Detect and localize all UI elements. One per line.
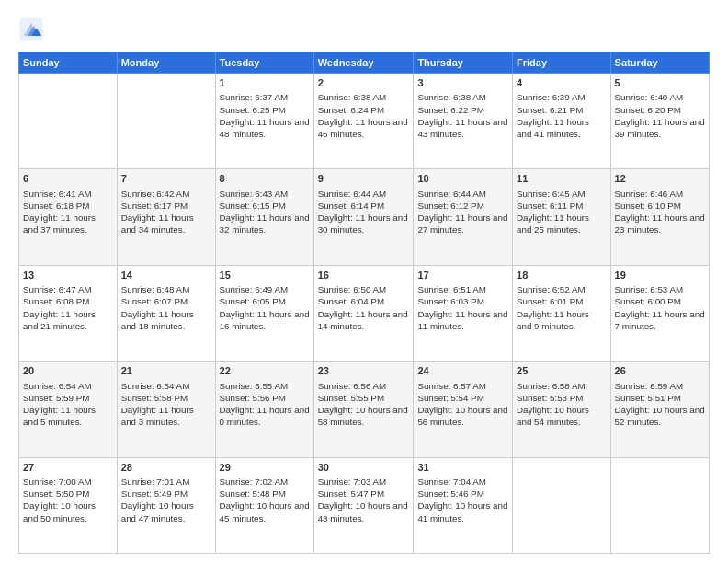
day-header-friday: Friday	[513, 52, 611, 74]
day-header-tuesday: Tuesday	[215, 52, 313, 74]
calendar-cell: 7Sunrise: 6:42 AM Sunset: 6:17 PM Daylig…	[117, 169, 215, 265]
calendar-cell: 21Sunrise: 6:54 AM Sunset: 5:58 PM Dayli…	[117, 362, 215, 457]
day-number: 15	[220, 269, 310, 282]
calendar-week-row: 20Sunrise: 6:54 AM Sunset: 5:59 PM Dayli…	[19, 362, 710, 457]
calendar-cell: 9Sunrise: 6:44 AM Sunset: 6:14 PM Daylig…	[313, 169, 414, 265]
day-number: 17	[417, 269, 508, 282]
day-number: 10	[417, 172, 508, 186]
day-info: Sunrise: 6:39 AM Sunset: 6:21 PM Dayligh…	[517, 91, 607, 140]
day-number: 6	[23, 172, 113, 186]
day-number: 28	[121, 461, 211, 475]
day-info: Sunrise: 6:47 AM Sunset: 6:08 PM Dayligh…	[23, 283, 113, 332]
day-info: Sunrise: 6:54 AM Sunset: 5:59 PM Dayligh…	[23, 380, 113, 429]
day-info: Sunrise: 6:50 AM Sunset: 6:04 PM Dayligh…	[318, 283, 410, 332]
day-number: 1	[220, 76, 310, 90]
day-header-wednesday: Wednesday	[313, 52, 414, 74]
calendar-week-row: 6Sunrise: 6:41 AM Sunset: 6:18 PM Daylig…	[19, 169, 710, 265]
calendar-cell: 4Sunrise: 6:39 AM Sunset: 6:21 PM Daylig…	[513, 74, 611, 169]
calendar-cell: 2Sunrise: 6:38 AM Sunset: 6:24 PM Daylig…	[313, 74, 414, 169]
day-number: 27	[23, 461, 113, 475]
day-number: 4	[517, 76, 607, 90]
day-info: Sunrise: 7:01 AM Sunset: 5:49 PM Dayligh…	[121, 476, 211, 524]
day-info: Sunrise: 6:57 AM Sunset: 5:54 PM Dayligh…	[417, 380, 508, 429]
day-info: Sunrise: 6:44 AM Sunset: 6:14 PM Dayligh…	[318, 188, 410, 236]
calendar-header-row: SundayMondayTuesdayWednesdayThursdayFrid…	[19, 52, 710, 74]
day-info: Sunrise: 7:00 AM Sunset: 5:50 PM Dayligh…	[23, 476, 113, 524]
day-info: Sunrise: 6:44 AM Sunset: 6:12 PM Dayligh…	[417, 188, 508, 236]
day-info: Sunrise: 6:37 AM Sunset: 6:25 PM Dayligh…	[220, 91, 310, 140]
day-info: Sunrise: 7:04 AM Sunset: 5:46 PM Dayligh…	[417, 476, 508, 524]
day-number: 11	[517, 172, 607, 186]
calendar-cell	[19, 74, 118, 169]
calendar-cell: 5Sunrise: 6:40 AM Sunset: 6:20 PM Daylig…	[610, 74, 709, 169]
calendar-cell: 13Sunrise: 6:47 AM Sunset: 6:08 PM Dayli…	[19, 265, 118, 361]
calendar-cell: 31Sunrise: 7:04 AM Sunset: 5:46 PM Dayli…	[414, 457, 513, 553]
calendar-cell: 10Sunrise: 6:44 AM Sunset: 6:12 PM Dayli…	[414, 169, 513, 265]
day-header-monday: Monday	[117, 52, 215, 74]
calendar-cell: 22Sunrise: 6:55 AM Sunset: 5:56 PM Dayli…	[215, 362, 313, 457]
day-info: Sunrise: 6:45 AM Sunset: 6:11 PM Dayligh…	[517, 188, 607, 236]
day-number: 8	[220, 172, 310, 186]
calendar-cell: 3Sunrise: 6:38 AM Sunset: 6:22 PM Daylig…	[414, 74, 513, 169]
day-info: Sunrise: 6:52 AM Sunset: 6:01 PM Dayligh…	[517, 283, 607, 332]
day-info: Sunrise: 6:53 AM Sunset: 6:00 PM Dayligh…	[615, 283, 705, 332]
day-info: Sunrise: 6:43 AM Sunset: 6:15 PM Dayligh…	[220, 188, 310, 236]
calendar-cell: 16Sunrise: 6:50 AM Sunset: 6:04 PM Dayli…	[313, 265, 414, 361]
day-number: 3	[417, 76, 508, 90]
day-number: 19	[615, 269, 705, 282]
day-number: 12	[615, 172, 705, 186]
day-number: 2	[318, 76, 410, 90]
calendar-cell	[117, 74, 215, 169]
calendar-cell: 20Sunrise: 6:54 AM Sunset: 5:59 PM Dayli…	[19, 362, 118, 457]
day-number: 30	[318, 461, 410, 475]
day-number: 16	[318, 269, 410, 282]
calendar-cell: 8Sunrise: 6:43 AM Sunset: 6:15 PM Daylig…	[215, 169, 313, 265]
logo-icon	[18, 17, 44, 42]
calendar-cell: 15Sunrise: 6:49 AM Sunset: 6:05 PM Dayli…	[215, 265, 313, 361]
day-number: 23	[318, 364, 410, 378]
day-info: Sunrise: 6:46 AM Sunset: 6:10 PM Dayligh…	[615, 188, 705, 236]
day-info: Sunrise: 6:41 AM Sunset: 6:18 PM Dayligh…	[23, 188, 113, 236]
day-info: Sunrise: 6:48 AM Sunset: 6:07 PM Dayligh…	[121, 283, 211, 332]
day-number: 26	[615, 364, 705, 378]
day-number: 7	[121, 172, 211, 186]
calendar-cell: 17Sunrise: 6:51 AM Sunset: 6:03 PM Dayli…	[414, 265, 513, 361]
day-info: Sunrise: 6:51 AM Sunset: 6:03 PM Dayligh…	[417, 283, 508, 332]
calendar-cell: 26Sunrise: 6:59 AM Sunset: 5:51 PM Dayli…	[610, 362, 709, 457]
calendar-cell: 14Sunrise: 6:48 AM Sunset: 6:07 PM Dayli…	[117, 265, 215, 361]
day-number: 14	[121, 269, 211, 282]
calendar-cell: 18Sunrise: 6:52 AM Sunset: 6:01 PM Dayli…	[513, 265, 611, 361]
day-info: Sunrise: 6:58 AM Sunset: 5:53 PM Dayligh…	[517, 380, 607, 429]
calendar-cell: 1Sunrise: 6:37 AM Sunset: 6:25 PM Daylig…	[215, 74, 313, 169]
day-info: Sunrise: 6:54 AM Sunset: 5:58 PM Dayligh…	[121, 380, 211, 429]
day-info: Sunrise: 6:42 AM Sunset: 6:17 PM Dayligh…	[121, 188, 211, 236]
day-number: 25	[517, 364, 607, 378]
day-number: 5	[615, 76, 705, 90]
page-header	[18, 17, 710, 42]
day-info: Sunrise: 6:38 AM Sunset: 6:24 PM Dayligh…	[318, 91, 410, 140]
day-info: Sunrise: 6:55 AM Sunset: 5:56 PM Dayligh…	[220, 380, 310, 429]
calendar-week-row: 1Sunrise: 6:37 AM Sunset: 6:25 PM Daylig…	[19, 74, 710, 169]
day-info: Sunrise: 6:59 AM Sunset: 5:51 PM Dayligh…	[615, 380, 705, 429]
day-info: Sunrise: 6:40 AM Sunset: 6:20 PM Dayligh…	[615, 91, 705, 140]
day-info: Sunrise: 7:03 AM Sunset: 5:47 PM Dayligh…	[318, 476, 410, 524]
calendar-week-row: 27Sunrise: 7:00 AM Sunset: 5:50 PM Dayli…	[19, 457, 710, 553]
calendar-cell: 28Sunrise: 7:01 AM Sunset: 5:49 PM Dayli…	[117, 457, 215, 553]
day-number: 9	[318, 172, 410, 186]
calendar-cell	[513, 457, 611, 553]
calendar-cell: 23Sunrise: 6:56 AM Sunset: 5:55 PM Dayli…	[313, 362, 414, 457]
calendar-week-row: 13Sunrise: 6:47 AM Sunset: 6:08 PM Dayli…	[19, 265, 710, 361]
day-number: 31	[417, 461, 508, 475]
calendar-cell: 30Sunrise: 7:03 AM Sunset: 5:47 PM Dayli…	[313, 457, 414, 553]
day-number: 20	[23, 364, 113, 378]
day-number: 18	[517, 269, 607, 282]
calendar-cell: 6Sunrise: 6:41 AM Sunset: 6:18 PM Daylig…	[19, 169, 118, 265]
calendar-cell: 27Sunrise: 7:00 AM Sunset: 5:50 PM Dayli…	[19, 457, 118, 553]
calendar-table: SundayMondayTuesdayWednesdayThursdayFrid…	[18, 52, 710, 554]
day-info: Sunrise: 7:02 AM Sunset: 5:48 PM Dayligh…	[220, 476, 310, 524]
calendar-cell: 25Sunrise: 6:58 AM Sunset: 5:53 PM Dayli…	[513, 362, 611, 457]
calendar-cell	[610, 457, 709, 553]
day-info: Sunrise: 6:49 AM Sunset: 6:05 PM Dayligh…	[220, 283, 310, 332]
logo	[18, 17, 46, 42]
day-info: Sunrise: 6:56 AM Sunset: 5:55 PM Dayligh…	[318, 380, 410, 429]
